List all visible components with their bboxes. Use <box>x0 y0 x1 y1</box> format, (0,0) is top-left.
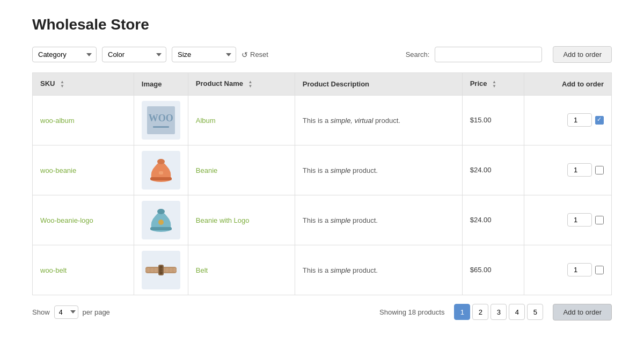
price-cell-belt: $65.00 <box>462 245 524 295</box>
table-row: woo-belt <box>33 245 612 295</box>
sku-cell: Woo-beanie-logo <box>33 195 134 245</box>
table-footer: Show 4 8 16 32 per page Showing 18 produ… <box>32 304 612 320</box>
product-name-cell-beanie-logo: Beanie with Logo <box>188 195 295 245</box>
sku-cell: woo-album <box>33 95 134 145</box>
col-header-add-to-order: Add to order <box>524 73 612 96</box>
svg-point-1 <box>157 159 165 164</box>
per-page-select[interactable]: 4 8 16 32 <box>54 305 78 319</box>
image-cell-belt <box>134 245 188 295</box>
sku-link-beanie[interactable]: woo-beanie <box>40 166 76 174</box>
col-header-product-name[interactable]: Product Name ▲▼ <box>188 73 295 96</box>
sku-link-beanie-logo[interactable]: Woo-beanie-logo <box>40 216 93 224</box>
svg-rect-6 <box>150 227 172 230</box>
product-image-beanie <box>142 151 180 190</box>
add-to-order-cell-belt <box>524 245 612 295</box>
page-button-4[interactable]: 4 <box>509 304 525 320</box>
table-header-row: SKU ▲▼ Image Product Name ▲▼ Product Des… <box>33 73 612 96</box>
svg-rect-2 <box>150 177 172 180</box>
description-cell-belt: This is a simple product. <box>295 245 462 295</box>
col-header-price[interactable]: Price ▲▼ <box>462 73 524 96</box>
product-name-sort-arrows: ▲▼ <box>248 80 253 89</box>
col-header-image: Image <box>134 73 188 96</box>
price-cell-beanie: $24.00 <box>462 145 524 195</box>
sku-sort-arrows: ▲▼ <box>60 80 64 89</box>
svg-point-7 <box>158 220 164 225</box>
add-checkbox-belt[interactable] <box>595 266 604 274</box>
product-image-beanie-logo <box>142 201 180 239</box>
col-header-product-description: Product Description <box>295 73 462 96</box>
add-checkbox-album[interactable] <box>595 116 604 125</box>
product-link-belt[interactable]: Belt <box>196 266 208 274</box>
reset-icon: ↺ <box>241 50 248 59</box>
add-to-order-button-top[interactable]: Add to order <box>553 46 612 63</box>
svg-rect-3 <box>159 171 163 174</box>
pagination: 1 2 3 4 5 <box>454 304 543 320</box>
beanie-orange-svg <box>147 156 175 184</box>
svg-rect-11 <box>159 266 163 274</box>
size-filter[interactable]: Size <box>172 47 236 62</box>
add-to-order-button-bottom[interactable]: Add to order <box>553 304 612 320</box>
reset-button[interactable]: ↺ Reset <box>241 50 268 59</box>
table-row: woo-album WOO Album This is a simple, vi… <box>33 95 612 145</box>
product-name-cell-album: Album <box>188 95 295 145</box>
add-checkbox-beanie-logo[interactable] <box>595 216 604 224</box>
price-cell-beanie-logo: $24.00 <box>462 195 524 245</box>
page-title: Wholesale Store <box>32 16 612 33</box>
add-to-order-cell-beanie-logo <box>524 195 612 245</box>
image-cell-beanie <box>134 145 188 195</box>
description-cell-beanie: This is a simple product. <box>295 145 462 195</box>
beanie-blue-svg <box>147 206 175 234</box>
search-input[interactable] <box>435 47 542 62</box>
qty-input-belt[interactable] <box>567 263 592 276</box>
add-to-order-cell-album <box>524 95 612 145</box>
add-checkbox-beanie[interactable] <box>595 166 604 174</box>
products-table: SKU ▲▼ Image Product Name ▲▼ Product Des… <box>32 72 612 295</box>
table-row: Woo-beanie-logo <box>33 195 612 245</box>
description-cell-beanie-logo: This is a simple product. <box>295 195 462 245</box>
page-button-5[interactable]: 5 <box>527 304 543 320</box>
product-link-beanie-logo[interactable]: Beanie with Logo <box>196 216 250 224</box>
qty-input-album[interactable] <box>567 113 592 127</box>
product-image-album: WOO <box>142 101 180 140</box>
add-to-order-cell-beanie <box>524 145 612 195</box>
page-button-3[interactable]: 3 <box>491 304 507 320</box>
image-cell-beanie-logo <box>134 195 188 245</box>
page-button-1[interactable]: 1 <box>454 304 470 320</box>
image-cell-album: WOO <box>134 95 188 145</box>
col-header-sku[interactable]: SKU ▲▼ <box>33 73 134 96</box>
svg-point-5 <box>157 209 165 214</box>
description-cell-album: This is a simple, virtual product. <box>295 95 462 145</box>
per-page-label: per page <box>83 308 110 316</box>
category-filter[interactable]: Category <box>32 47 97 62</box>
qty-input-beanie[interactable] <box>567 163 592 177</box>
color-filter[interactable]: Color <box>102 47 166 62</box>
qty-input-beanie-logo[interactable] <box>567 213 592 227</box>
page-button-2[interactable]: 2 <box>472 304 488 320</box>
product-name-cell-beanie: Beanie <box>188 145 295 195</box>
price-cell-album: $15.00 <box>462 95 524 145</box>
belt-svg <box>144 260 178 280</box>
product-name-cell-belt: Belt <box>188 245 295 295</box>
showing-label: Showing 18 products <box>379 308 444 316</box>
price-sort-arrows: ▲▼ <box>492 80 496 89</box>
search-label: Search: <box>406 50 430 59</box>
sku-link-belt[interactable]: woo-belt <box>40 266 67 274</box>
product-image-belt <box>142 251 180 289</box>
sku-link-album[interactable]: woo-album <box>40 116 75 125</box>
product-link-beanie[interactable]: Beanie <box>196 166 217 174</box>
sku-cell: woo-beanie <box>33 145 134 195</box>
toolbar: Category Color Size ↺ Reset Search: Add … <box>32 46 612 63</box>
show-label: Show <box>32 308 50 316</box>
product-link-album[interactable]: Album <box>196 116 216 125</box>
sku-cell: woo-belt <box>33 245 134 295</box>
table-row: woo-beanie Beani <box>33 145 612 195</box>
